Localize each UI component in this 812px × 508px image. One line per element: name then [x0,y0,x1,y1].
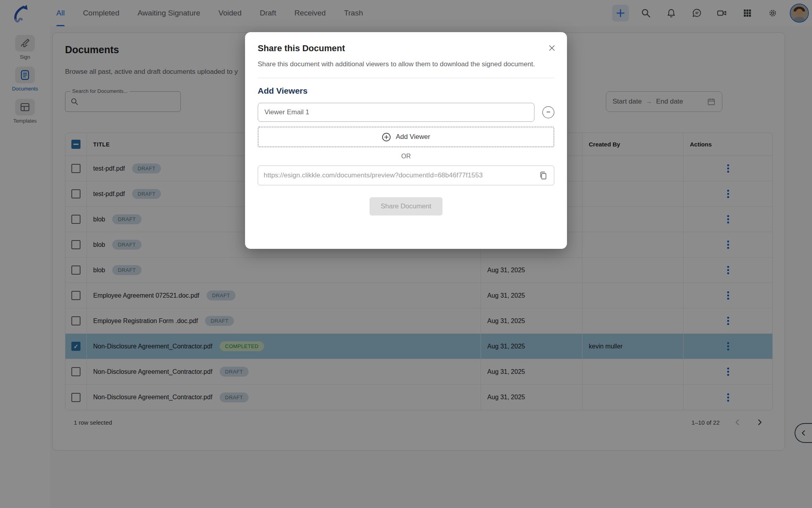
close-icon [548,44,556,52]
modal-description: Share this document with additional view… [258,58,554,70]
share-link-input[interactable] [264,171,534,179]
viewer-email-row: − [258,103,554,122]
modal-close-button[interactable] [546,42,557,55]
copy-icon [538,170,548,181]
add-viewer-button[interactable]: Add Viewer [258,127,554,147]
modal-title: Share this Document [258,43,554,54]
divider [258,78,554,78]
remove-viewer-button[interactable]: − [542,106,554,118]
share-document-modal: Share this Document Share this document … [245,32,567,249]
share-button-row: Share Document [258,197,554,216]
viewer-email-input[interactable] [258,103,534,122]
minus-icon: − [546,108,551,115]
app-screen: All Completed Awaiting Signature Voided … [0,0,812,508]
plus-circle-icon [382,133,391,142]
copy-link-button[interactable] [537,169,549,181]
share-document-button[interactable]: Share Document [370,197,442,216]
share-link-row [258,165,554,185]
or-separator: OR [258,153,554,160]
add-viewer-label: Add Viewer [396,133,430,141]
add-viewers-heading: Add Viewers [258,86,554,96]
